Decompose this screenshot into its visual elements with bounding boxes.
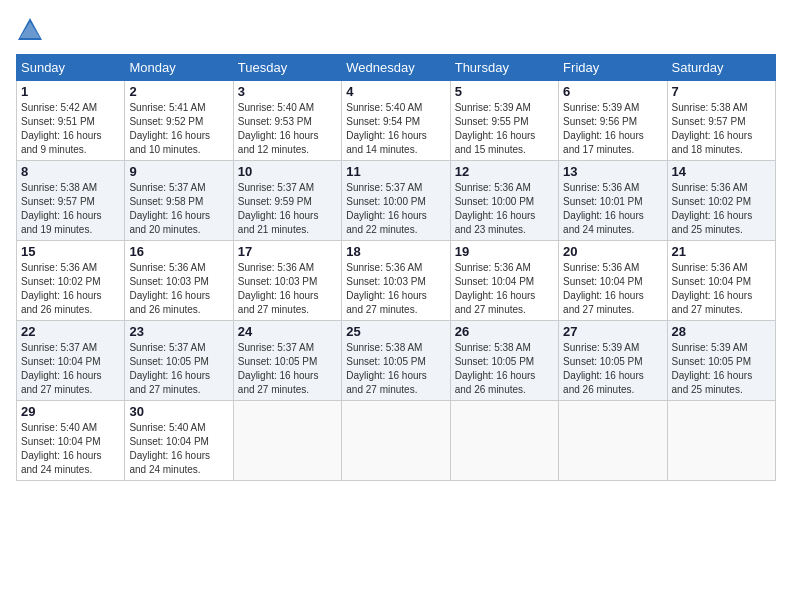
weekday-header: Wednesday <box>342 55 450 81</box>
day-info: Sunrise: 5:40 AM Sunset: 9:53 PM Dayligh… <box>238 101 337 157</box>
day-info: Sunrise: 5:37 AM Sunset: 10:05 PM Daylig… <box>129 341 228 397</box>
logo-icon <box>16 16 44 44</box>
calendar-cell: 2Sunrise: 5:41 AM Sunset: 9:52 PM Daylig… <box>125 81 233 161</box>
day-info: Sunrise: 5:40 AM Sunset: 10:04 PM Daylig… <box>129 421 228 477</box>
day-info: Sunrise: 5:38 AM Sunset: 9:57 PM Dayligh… <box>672 101 771 157</box>
calendar-cell: 14Sunrise: 5:36 AM Sunset: 10:02 PM Dayl… <box>667 161 775 241</box>
day-info: Sunrise: 5:40 AM Sunset: 9:54 PM Dayligh… <box>346 101 445 157</box>
calendar-cell: 20Sunrise: 5:36 AM Sunset: 10:04 PM Dayl… <box>559 241 667 321</box>
day-info: Sunrise: 5:37 AM Sunset: 9:59 PM Dayligh… <box>238 181 337 237</box>
day-number: 25 <box>346 324 445 339</box>
day-info: Sunrise: 5:40 AM Sunset: 10:04 PM Daylig… <box>21 421 120 477</box>
day-number: 2 <box>129 84 228 99</box>
calendar-cell: 22Sunrise: 5:37 AM Sunset: 10:04 PM Dayl… <box>17 321 125 401</box>
calendar-cell: 15Sunrise: 5:36 AM Sunset: 10:02 PM Dayl… <box>17 241 125 321</box>
calendar-cell: 19Sunrise: 5:36 AM Sunset: 10:04 PM Dayl… <box>450 241 558 321</box>
day-number: 5 <box>455 84 554 99</box>
calendar-cell: 10Sunrise: 5:37 AM Sunset: 9:59 PM Dayli… <box>233 161 341 241</box>
day-info: Sunrise: 5:36 AM Sunset: 10:04 PM Daylig… <box>672 261 771 317</box>
logo <box>16 16 48 44</box>
weekday-header: Monday <box>125 55 233 81</box>
day-info: Sunrise: 5:36 AM Sunset: 10:02 PM Daylig… <box>672 181 771 237</box>
day-info: Sunrise: 5:38 AM Sunset: 9:57 PM Dayligh… <box>21 181 120 237</box>
day-number: 10 <box>238 164 337 179</box>
day-number: 4 <box>346 84 445 99</box>
day-number: 22 <box>21 324 120 339</box>
weekday-header: Sunday <box>17 55 125 81</box>
calendar-cell: 7Sunrise: 5:38 AM Sunset: 9:57 PM Daylig… <box>667 81 775 161</box>
day-info: Sunrise: 5:36 AM Sunset: 10:00 PM Daylig… <box>455 181 554 237</box>
calendar-cell: 3Sunrise: 5:40 AM Sunset: 9:53 PM Daylig… <box>233 81 341 161</box>
day-number: 13 <box>563 164 662 179</box>
calendar-week-row: 1Sunrise: 5:42 AM Sunset: 9:51 PM Daylig… <box>17 81 776 161</box>
calendar-cell: 6Sunrise: 5:39 AM Sunset: 9:56 PM Daylig… <box>559 81 667 161</box>
day-number: 23 <box>129 324 228 339</box>
calendar-cell: 8Sunrise: 5:38 AM Sunset: 9:57 PM Daylig… <box>17 161 125 241</box>
calendar-cell <box>559 401 667 481</box>
day-info: Sunrise: 5:42 AM Sunset: 9:51 PM Dayligh… <box>21 101 120 157</box>
day-number: 21 <box>672 244 771 259</box>
calendar-cell: 18Sunrise: 5:36 AM Sunset: 10:03 PM Dayl… <box>342 241 450 321</box>
day-info: Sunrise: 5:37 AM Sunset: 10:04 PM Daylig… <box>21 341 120 397</box>
day-number: 29 <box>21 404 120 419</box>
day-number: 30 <box>129 404 228 419</box>
day-info: Sunrise: 5:38 AM Sunset: 10:05 PM Daylig… <box>346 341 445 397</box>
calendar-cell: 11Sunrise: 5:37 AM Sunset: 10:00 PM Dayl… <box>342 161 450 241</box>
calendar-week-row: 29Sunrise: 5:40 AM Sunset: 10:04 PM Dayl… <box>17 401 776 481</box>
calendar-cell: 25Sunrise: 5:38 AM Sunset: 10:05 PM Dayl… <box>342 321 450 401</box>
calendar-cell <box>342 401 450 481</box>
calendar-week-row: 15Sunrise: 5:36 AM Sunset: 10:02 PM Dayl… <box>17 241 776 321</box>
calendar-week-row: 22Sunrise: 5:37 AM Sunset: 10:04 PM Dayl… <box>17 321 776 401</box>
day-number: 3 <box>238 84 337 99</box>
day-number: 15 <box>21 244 120 259</box>
weekday-header: Saturday <box>667 55 775 81</box>
day-number: 16 <box>129 244 228 259</box>
day-number: 28 <box>672 324 771 339</box>
day-number: 11 <box>346 164 445 179</box>
day-info: Sunrise: 5:39 AM Sunset: 10:05 PM Daylig… <box>672 341 771 397</box>
calendar-cell <box>667 401 775 481</box>
calendar-cell: 24Sunrise: 5:37 AM Sunset: 10:05 PM Dayl… <box>233 321 341 401</box>
day-number: 24 <box>238 324 337 339</box>
calendar-cell: 27Sunrise: 5:39 AM Sunset: 10:05 PM Dayl… <box>559 321 667 401</box>
calendar-cell: 5Sunrise: 5:39 AM Sunset: 9:55 PM Daylig… <box>450 81 558 161</box>
day-number: 8 <box>21 164 120 179</box>
calendar-cell <box>450 401 558 481</box>
day-info: Sunrise: 5:36 AM Sunset: 10:04 PM Daylig… <box>455 261 554 317</box>
calendar-cell: 21Sunrise: 5:36 AM Sunset: 10:04 PM Dayl… <box>667 241 775 321</box>
calendar-cell: 23Sunrise: 5:37 AM Sunset: 10:05 PM Dayl… <box>125 321 233 401</box>
calendar-cell <box>233 401 341 481</box>
calendar-body: 1Sunrise: 5:42 AM Sunset: 9:51 PM Daylig… <box>17 81 776 481</box>
svg-marker-1 <box>20 22 40 38</box>
day-info: Sunrise: 5:41 AM Sunset: 9:52 PM Dayligh… <box>129 101 228 157</box>
calendar-cell: 30Sunrise: 5:40 AM Sunset: 10:04 PM Dayl… <box>125 401 233 481</box>
weekday-header: Tuesday <box>233 55 341 81</box>
page: SundayMondayTuesdayWednesdayThursdayFrid… <box>0 0 792 612</box>
day-number: 1 <box>21 84 120 99</box>
day-info: Sunrise: 5:39 AM Sunset: 10:05 PM Daylig… <box>563 341 662 397</box>
day-info: Sunrise: 5:38 AM Sunset: 10:05 PM Daylig… <box>455 341 554 397</box>
day-info: Sunrise: 5:36 AM Sunset: 10:01 PM Daylig… <box>563 181 662 237</box>
day-number: 14 <box>672 164 771 179</box>
day-number: 27 <box>563 324 662 339</box>
day-info: Sunrise: 5:39 AM Sunset: 9:56 PM Dayligh… <box>563 101 662 157</box>
calendar-cell: 12Sunrise: 5:36 AM Sunset: 10:00 PM Dayl… <box>450 161 558 241</box>
day-info: Sunrise: 5:37 AM Sunset: 9:58 PM Dayligh… <box>129 181 228 237</box>
calendar-cell: 17Sunrise: 5:36 AM Sunset: 10:03 PM Dayl… <box>233 241 341 321</box>
day-info: Sunrise: 5:39 AM Sunset: 9:55 PM Dayligh… <box>455 101 554 157</box>
day-info: Sunrise: 5:36 AM Sunset: 10:02 PM Daylig… <box>21 261 120 317</box>
day-info: Sunrise: 5:36 AM Sunset: 10:03 PM Daylig… <box>346 261 445 317</box>
weekday-header: Friday <box>559 55 667 81</box>
calendar-header-row: SundayMondayTuesdayWednesdayThursdayFrid… <box>17 55 776 81</box>
calendar-cell: 16Sunrise: 5:36 AM Sunset: 10:03 PM Dayl… <box>125 241 233 321</box>
day-info: Sunrise: 5:36 AM Sunset: 10:03 PM Daylig… <box>238 261 337 317</box>
day-number: 9 <box>129 164 228 179</box>
calendar-cell: 1Sunrise: 5:42 AM Sunset: 9:51 PM Daylig… <box>17 81 125 161</box>
day-number: 6 <box>563 84 662 99</box>
day-number: 7 <box>672 84 771 99</box>
day-info: Sunrise: 5:37 AM Sunset: 10:05 PM Daylig… <box>238 341 337 397</box>
day-info: Sunrise: 5:36 AM Sunset: 10:03 PM Daylig… <box>129 261 228 317</box>
calendar-cell: 4Sunrise: 5:40 AM Sunset: 9:54 PM Daylig… <box>342 81 450 161</box>
day-info: Sunrise: 5:37 AM Sunset: 10:00 PM Daylig… <box>346 181 445 237</box>
day-number: 18 <box>346 244 445 259</box>
